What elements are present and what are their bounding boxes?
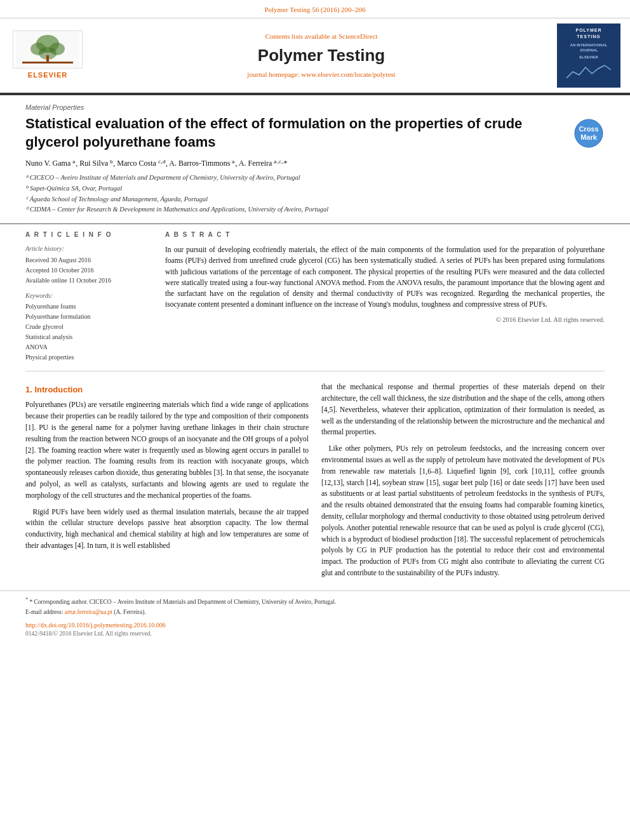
copyright: © 2016 Elsevier Ltd. All rights reserved… bbox=[165, 316, 605, 325]
pt-logo-line1: POLYMER bbox=[562, 27, 615, 34]
received-date: Received 30 August 2016 bbox=[25, 256, 152, 265]
section-category: Material Properties bbox=[25, 103, 605, 112]
journal-title: Polymer Testing bbox=[95, 44, 547, 67]
keyword-1: Polyurethane foams bbox=[25, 302, 152, 311]
intro-body-text: Polyurethanes (PUs) are versatile engine… bbox=[25, 399, 309, 552]
keyword-2: Polyurethane formulation bbox=[25, 312, 152, 321]
affil-3: ᶜ Águeda School of Technology and Manage… bbox=[25, 195, 605, 204]
journal-header: ELSEVIER Contents lists available at Sci… bbox=[0, 18, 630, 94]
article-info-col: A R T I C L E I N F O Article history: R… bbox=[25, 230, 152, 363]
keyword-6: Physical properties bbox=[25, 353, 152, 362]
keyword-3: Crude glycerol bbox=[25, 323, 152, 331]
svg-text:Cross: Cross bbox=[579, 125, 598, 133]
intro-heading: 1. Introduction bbox=[25, 384, 309, 396]
affil-1: ᵃ CICECO – Aveiro Institute of Materials… bbox=[25, 173, 605, 183]
affil-2: ᵇ Sapet-Química SA, Ovar, Portugal bbox=[25, 184, 605, 194]
email-footnote: E-mail address: artur.ferreira@ua.pt (A.… bbox=[25, 608, 605, 617]
svg-text:Mark: Mark bbox=[580, 133, 598, 141]
affiliations: ᵃ CICECO – Aveiro Institute of Materials… bbox=[25, 173, 605, 215]
body-right-col: that the mechanical response and thermal… bbox=[321, 382, 605, 584]
journal-homepage: journal homepage: www.elsevier.com/locat… bbox=[95, 70, 547, 79]
article-title: Statistical evaluation of the effect of … bbox=[25, 115, 573, 151]
article-info-abstract: A R T I C L E I N F O Article history: R… bbox=[0, 223, 630, 363]
elsevier-logo-area: ELSEVIER bbox=[6, 30, 89, 80]
pt-logo-graph bbox=[563, 62, 614, 81]
abstract-heading: A B S T R A C T bbox=[165, 230, 605, 239]
footer: * * Corresponding author. CICECO – Aveir… bbox=[0, 590, 630, 643]
sciencedirect-label: Contents lists available at ScienceDirec… bbox=[95, 32, 547, 41]
authors-line: Nuno V. Gama ᵃ, Rui Silva ᵇ, Marco Costa… bbox=[25, 158, 605, 169]
keyword-4: Statistical analysis bbox=[25, 333, 152, 342]
article-info-heading: A R T I C L E I N F O bbox=[25, 230, 152, 239]
right-para-2: Like other polymers, PUs rely on petrole… bbox=[321, 443, 605, 579]
main-body: 1. Introduction Polyurethanes (PUs) are … bbox=[0, 371, 630, 584]
keyword-5: ANOVA bbox=[25, 343, 152, 352]
keywords-label: Keywords: bbox=[25, 291, 152, 300]
crossmark-icon[interactable]: Cross Mark bbox=[573, 117, 605, 149]
pt-logo-line2: TESTING bbox=[562, 34, 615, 40]
pt-logo-subtext: AN INTERNATIONAL JOURNAL bbox=[562, 43, 615, 53]
abstract-text: In our pursuit of developing ecofriendly… bbox=[165, 244, 605, 310]
top-bar: Polymer Testing 56 (2016) 200–206 bbox=[0, 0, 630, 18]
available-date: Available online 11 October 2016 bbox=[25, 276, 152, 285]
body-two-col: 1. Introduction Polyurethanes (PUs) are … bbox=[25, 382, 605, 584]
page: Polymer Testing 56 (2016) 200–206 ELSEVI… bbox=[0, 0, 630, 643]
abstract-col: A B S T R A C T In our pursuit of develo… bbox=[165, 230, 605, 363]
article-section: Material Properties Statistical evaluati… bbox=[0, 95, 630, 215]
elsevier-text: ELSEVIER bbox=[28, 70, 67, 80]
pt-logo-detail: ELSEVIER bbox=[562, 55, 615, 60]
intro-para-2: Rigid PUFs have been widely used as ther… bbox=[25, 507, 309, 552]
elsevier-tree-svg bbox=[16, 31, 79, 68]
title-row: Statistical evaluation of the effect of … bbox=[25, 115, 605, 151]
journal-center: Contents lists available at ScienceDirec… bbox=[89, 32, 554, 79]
intro-para-1: Polyurethanes (PUs) are versatile engine… bbox=[25, 399, 309, 501]
svg-rect-7 bbox=[563, 62, 614, 81]
polymer-testing-logo-area: POLYMER TESTING AN INTERNATIONAL JOURNAL… bbox=[554, 23, 624, 88]
pt-logo: POLYMER TESTING AN INTERNATIONAL JOURNAL… bbox=[557, 23, 620, 88]
journal-citation: Polymer Testing 56 (2016) 200–206 bbox=[264, 6, 365, 13]
doi-link[interactable]: http://dx.doi.org/10.1016/j.polymertesti… bbox=[25, 621, 605, 630]
article-history-label: Article history: bbox=[25, 244, 152, 253]
right-body-text: that the mechanical response and thermal… bbox=[321, 382, 605, 579]
issn-text: 0142-9418/© 2016 Elsevier Ltd. All right… bbox=[25, 630, 605, 638]
body-left-col: 1. Introduction Polyurethanes (PUs) are … bbox=[25, 382, 309, 584]
corresponding-footnote: * * Corresponding author. CICECO – Aveir… bbox=[25, 596, 605, 606]
affil-4: ᵈ CIDMA – Center for Research & Developm… bbox=[25, 205, 605, 215]
svg-rect-6 bbox=[22, 62, 73, 63]
right-para-1: that the mechanical response and thermal… bbox=[321, 382, 605, 438]
accepted-date: Accepted 10 October 2016 bbox=[25, 266, 152, 275]
